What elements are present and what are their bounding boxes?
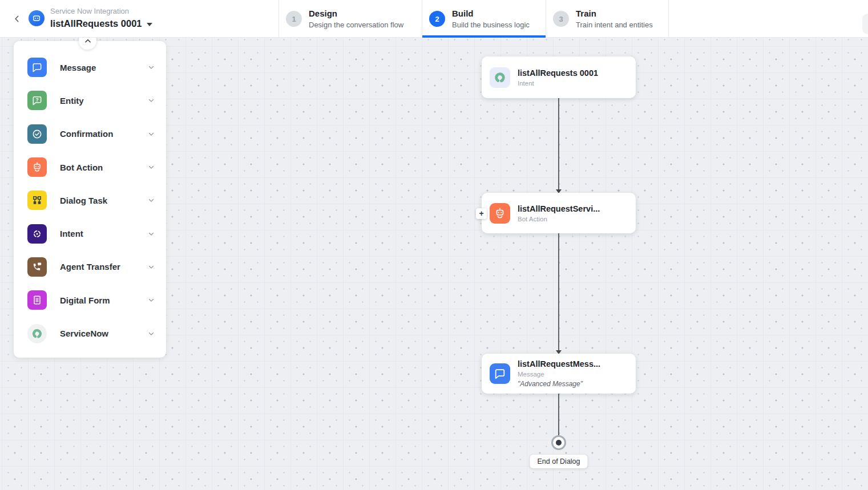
palette-item-label: Agent Transfer [60,262,148,272]
palette-item-intent[interactable]: Intent [14,217,166,250]
page-title: listAllRequests 0001 [50,17,142,30]
palette-item-confirmation[interactable]: Confirmation [14,118,166,151]
step-label: Build [452,8,530,19]
chevron-down-icon[interactable] [148,64,155,71]
message-icon [490,363,510,384]
chevron-down-icon[interactable] [148,197,155,204]
edge-message-to-end [558,394,559,436]
palette-item-servicenow[interactable]: ServiceNow [14,317,166,350]
chevron-down-icon[interactable] [148,164,155,171]
palette-item-label: Confirmation [60,129,148,139]
chevron-up-icon [84,37,92,45]
node-palette: Message ? Entity Confirmation Bot Action [14,41,166,358]
digital-form-icon [27,290,47,310]
add-node-button[interactable]: + [476,208,487,219]
flow-node-intent[interactable]: listAllRequests 0001 Intent [482,56,636,98]
node-type: Intent [518,79,598,87]
breadcrumb: Service Now Integration [50,6,152,17]
palette-item-entity[interactable]: ? Entity [14,84,166,117]
end-dot-icon [556,440,562,446]
flow-canvas[interactable]: Message ? Entity Confirmation Bot Action [0,38,868,490]
palette-item-label: Intent [60,229,148,238]
node-type: Bot Action [518,215,600,223]
tab-build[interactable]: 2 Build Build the business logic [422,0,546,38]
dialog-task-icon [27,191,47,210]
edge-botaction-to-message [558,233,559,350]
step-number: 2 [429,11,445,27]
flow-node-bot-action[interactable]: + listAllRequestServi... Bot Action [482,193,636,233]
agent-transfer-icon [27,257,47,277]
back-button[interactable] [9,11,25,27]
chevron-down-icon[interactable] [148,131,155,137]
palette-item-label: Bot Action [60,163,148,172]
active-tab-indicator [422,35,546,38]
node-title: listAllRequests 0001 [518,68,598,78]
palette-item-bot-action[interactable]: Bot Action [14,151,166,184]
palette-item-label: Dialog Task [60,196,148,205]
tab-design[interactable]: 1 Design Design the conversation flow [278,0,422,38]
chevron-down-icon[interactable] [148,230,155,237]
intent-icon [27,224,47,244]
chevron-down-icon[interactable] [148,97,155,104]
step-number: 3 [553,11,569,27]
step-subtitle: Build the business logic [452,20,530,30]
step-number: 1 [286,11,302,27]
palette-item-label: ServiceNow [60,329,148,338]
flow-node-message[interactable]: listAllRequestMess... Message "Advanced … [482,354,636,394]
servicenow-icon [27,324,47,343]
message-icon [27,58,47,77]
step-subtitle: Design the conversation flow [309,20,403,30]
palette-item-dialog-task[interactable]: Dialog Task [14,184,166,217]
palette-item-label: Digital Form [60,295,148,305]
chevron-down-icon[interactable] [148,264,155,270]
palette-item-digital-form[interactable]: Digital Form [14,284,166,317]
bot-action-icon [27,157,47,177]
chevron-down-icon[interactable] [148,330,155,337]
bot-avatar-icon [29,10,45,26]
header-right-button-sliver [862,14,868,34]
header: Service Now Integration listAllRequests … [0,0,868,38]
step-subtitle: Train intent and entities [576,20,653,30]
chevron-left-icon [13,15,21,23]
chevron-down-icon[interactable] [148,297,155,303]
entity-icon: ? [27,91,47,110]
servicenow-icon [490,67,510,88]
tab-train[interactable]: 3 Train Train intent and entities [546,0,669,38]
caret-down-icon [147,23,152,26]
edge-intent-to-botaction [558,98,559,189]
palette-item-label: Message [60,63,148,72]
svg-text:?: ? [35,98,38,103]
palette-item-message[interactable]: Message [14,51,166,84]
palette-item-label: Entity [60,96,148,106]
confirmation-icon [27,124,47,144]
node-title: listAllRequestMess... [518,359,600,369]
node-message-preview: "Advanced Message" [518,380,600,388]
node-type: Message [518,370,600,378]
end-of-dialog-label: End of Dialog [530,455,587,468]
task-title-dropdown[interactable]: listAllRequests 0001 [50,17,152,30]
palette-item-agent-transfer[interactable]: Agent Transfer [14,250,166,284]
step-label: Design [309,8,403,19]
bot-action-icon [490,203,510,224]
step-label: Train [576,8,653,19]
end-of-dialog-node[interactable] [551,435,566,450]
node-title: listAllRequestServi... [518,204,600,214]
step-tabs: 1 Design Design the conversation flow 2 … [278,0,669,38]
